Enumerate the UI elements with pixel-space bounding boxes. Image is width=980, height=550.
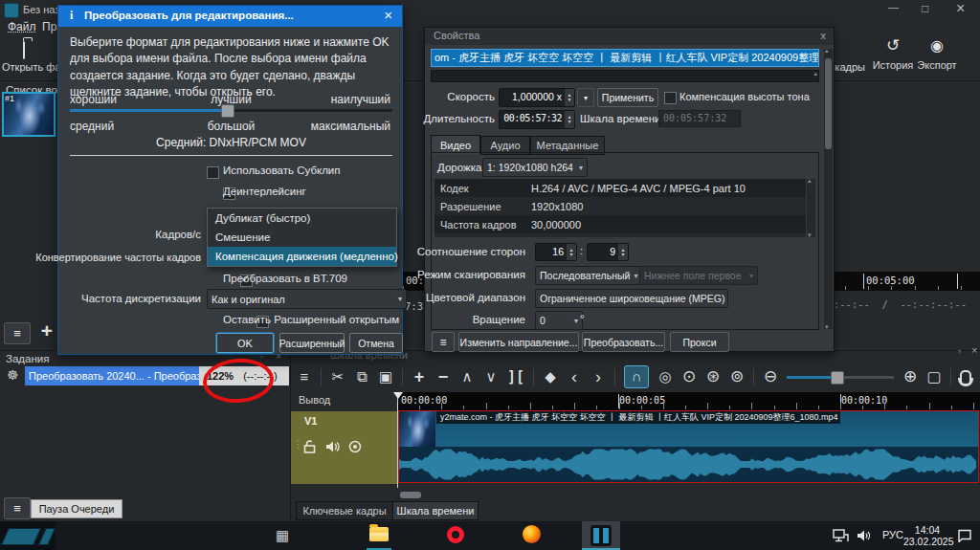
tab-video[interactable]: Видео	[431, 135, 480, 154]
tab-keyframes[interactable]: Ключевые кадры	[296, 501, 393, 520]
proxy-button[interactable]: Прокси	[670, 332, 729, 352]
volume-tray-icon[interactable]	[857, 529, 872, 542]
timeline-scrollbar-thumb[interactable]	[400, 492, 421, 498]
scrollbar-thumb[interactable]	[825, 58, 832, 149]
dropdown-option-motion-compensation[interactable]: Компенсация движения (медленно)	[208, 247, 396, 266]
shotcut-taskbar-button[interactable]	[582, 521, 620, 550]
track-mute-icon[interactable]	[325, 440, 340, 453]
export-button[interactable]: ◉ Экспорт	[915, 36, 959, 78]
spin-down-icon[interactable]: ▾	[569, 253, 572, 257]
track-combo[interactable]: 1: 1920x1080 h264 ▾	[482, 158, 588, 177]
spin-down-icon[interactable]: ▾	[568, 120, 570, 124]
dialog-titlebar[interactable]: i Преобразовать для редактирования... ×	[58, 6, 402, 27]
table-scrollbar[interactable]: ▴ ▾	[807, 179, 815, 237]
record-audio-icon[interactable]	[960, 370, 971, 385]
firefox-icon[interactable]	[523, 525, 541, 543]
track-lock-icon[interactable]	[303, 440, 316, 453]
dropdown-option-duplicate[interactable]: Дубликат (быстро)	[208, 209, 396, 228]
network-tray-icon[interactable]	[833, 529, 849, 542]
paste-icon[interactable]: ▣	[378, 365, 393, 388]
quality-slider[interactable]	[70, 104, 392, 117]
append-icon[interactable]: +	[412, 365, 427, 388]
scroll-up-icon[interactable]: ▴	[825, 47, 829, 55]
lift-icon[interactable]: ∧	[459, 365, 475, 388]
language-indicator[interactable]: РУС	[882, 529, 903, 540]
menu-file[interactable]: Файл	[8, 20, 36, 33]
playlist-add-button[interactable]: +	[34, 319, 59, 343]
ripple-icon[interactable]: ⊙	[681, 365, 697, 388]
output-track-header[interactable]: Вывод	[299, 394, 330, 406]
slider-thumb[interactable]	[221, 104, 234, 118]
cancel-button[interactable]: Отмена	[349, 333, 403, 353]
history-button[interactable]: ↺ История	[871, 36, 915, 78]
scrub-while-dragging-icon[interactable]: ◎	[657, 365, 673, 388]
scroll-up-icon[interactable]: ▴	[808, 177, 812, 185]
opera-icon[interactable]	[447, 526, 464, 543]
color-range-combo[interactable]: Ограниченное широковещание (MPEG) ▾	[535, 289, 728, 308]
convert-button[interactable]: Преобразовать...	[582, 332, 665, 352]
close-button[interactable]: ×	[956, 0, 965, 17]
copy-icon[interactable]: ⧉	[354, 365, 369, 388]
jobs-menu-button[interactable]: ≡	[4, 497, 31, 519]
spinner-arrows[interactable]: ▴▾	[567, 244, 576, 260]
speed-preset-button[interactable]: ▾	[577, 88, 594, 107]
zoom-in-icon[interactable]: ⊕	[902, 365, 918, 388]
apply-button[interactable]: Применить	[597, 88, 658, 107]
properties-scrollbar[interactable]: ▴ ▾	[824, 49, 833, 329]
playlist-menu-button[interactable]: ≡	[4, 322, 31, 344]
timeline-float-icon[interactable]: ▫	[958, 346, 961, 356]
prev-marker-icon[interactable]: ‹	[567, 365, 582, 388]
spin-down-icon[interactable]: ▾	[568, 98, 570, 102]
rotation-combo[interactable]: 0 ▾	[535, 311, 583, 330]
tab-timeline[interactable]: Шкала времени	[392, 501, 479, 520]
split-icon[interactable]: ][	[507, 365, 524, 388]
samplerate-combo[interactable]: Как и оригинал ▾	[207, 289, 407, 309]
ok-button[interactable]: OK	[216, 333, 274, 353]
aspect-h-spinner[interactable]: 9 ▴▾	[587, 243, 629, 261]
filename-field[interactable]: om - 虎牙主播 虎牙 坏空空 坏空空 丨 最新剪辑 丨红人车队 VIP定制 …	[431, 49, 819, 67]
cut-icon[interactable]: ✂	[330, 365, 345, 388]
zoom-fit-icon[interactable]: ▢	[926, 365, 942, 388]
spinner-arrows[interactable]: ▴▾	[565, 111, 574, 128]
properties-close-icon[interactable]: x	[821, 30, 827, 41]
spin-down-icon[interactable]: ▾	[621, 253, 624, 257]
dropdown-option-blend[interactable]: Смешение	[208, 228, 396, 247]
track-hide-icon[interactable]	[348, 440, 362, 453]
task-view-icon[interactable]: ▦	[276, 527, 289, 544]
explorer-icon[interactable]	[369, 527, 389, 541]
scan-mode-combo[interactable]: Последовательный ▾	[535, 266, 642, 285]
speed-spinner[interactable]: 1,000000 x ▴▾	[499, 88, 575, 107]
marker-icon[interactable]: ◆	[543, 365, 558, 388]
scroll-down-icon[interactable]: ▾	[808, 231, 812, 239]
pause-queue-button[interactable]: Пауза Очереди	[31, 499, 122, 518]
properties-titlebar[interactable]: Свойства x	[425, 28, 834, 45]
timeline-zoom-slider[interactable]	[787, 371, 894, 383]
subclip-checkbox[interactable]	[207, 166, 219, 179]
duration-spinner[interactable]: 00:05:57:32 ▴▾	[499, 110, 575, 129]
scroll-down-icon[interactable]: ▾	[825, 323, 829, 331]
timeline-close-icon[interactable]: ×	[971, 344, 977, 356]
minimize-button[interactable]: —	[888, 1, 899, 12]
video-properties-table[interactable]: Кодек H.264 / AVC / MPEG-4 AVC / MPEG-4 …	[434, 179, 806, 237]
properties-menu-button[interactable]: ≡	[432, 332, 455, 352]
next-marker-icon[interactable]: ›	[590, 365, 606, 388]
comments-field[interactable]: ▴	[431, 70, 819, 82]
spinner-arrows[interactable]: ▴▾	[618, 244, 628, 260]
dialog-close-icon[interactable]: ×	[384, 7, 392, 23]
snap-icon[interactable]: ∩	[624, 365, 649, 388]
ripple-all-tracks-icon[interactable]: ⊛	[705, 365, 721, 388]
clock[interactable]: 14:04 23.02.2025	[903, 524, 951, 547]
scroll-up-icon[interactable]: ▴	[813, 70, 817, 77]
playhead-line[interactable]	[397, 392, 398, 488]
timeline-clip[interactable]: y2mate.com - 虎牙主播 虎牙 坏空空 坏空空 丨 最新剪辑 丨红人车…	[398, 410, 979, 483]
playlist-item-thumbnail[interactable]: #1	[2, 92, 56, 137]
video-track-header[interactable]: ⋮ V1	[291, 411, 397, 484]
playhead-marker[interactable]	[393, 392, 403, 399]
start-button[interactable]	[0, 521, 56, 550]
aspect-w-spinner[interactable]: 16 ▴▾	[535, 243, 577, 261]
timeline-menu-icon[interactable]: ≡	[297, 365, 312, 388]
overwrite-icon[interactable]: ∨	[483, 365, 499, 388]
zoom-out-icon[interactable]: ⊖	[763, 365, 778, 388]
timeline-ruler[interactable]: 00:00:00 00:00:05 00:00:10	[397, 392, 980, 410]
advanced-button[interactable]: Расширенный	[279, 333, 345, 353]
